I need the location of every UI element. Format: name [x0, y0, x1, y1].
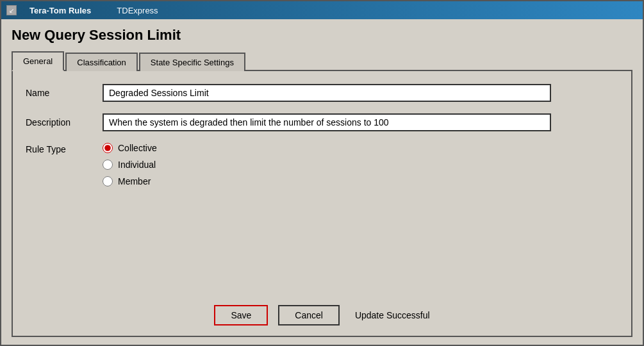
page-title: New Query Session Limit [12, 27, 632, 44]
tabs-container: General Classification State Specific Se… [12, 50, 632, 71]
name-row: Name [26, 84, 618, 102]
radio-collective[interactable]: Collective [103, 143, 157, 153]
name-input[interactable] [103, 84, 551, 102]
main-window: ↙ Tera-Tom Rules TDExpress New Query Ses… [0, 0, 644, 346]
save-button[interactable]: Save [214, 305, 268, 325]
title-bar: ↙ Tera-Tom Rules TDExpress [1, 1, 643, 19]
status-text: Update Successful [355, 310, 430, 320]
buttons-row: Save Cancel Update Successful [26, 299, 618, 325]
radio-member-label: Member [118, 176, 151, 186]
tab-general[interactable]: General [12, 51, 64, 71]
form-panel: Name Description Rule Type Collective In… [12, 71, 632, 337]
radio-group: Collective Individual Member [103, 143, 157, 186]
cancel-button[interactable]: Cancel [278, 305, 340, 325]
name-label: Name [26, 88, 103, 98]
radio-collective-input[interactable] [103, 143, 113, 153]
tab-state-specific[interactable]: State Specific Settings [139, 53, 245, 71]
sub-app-name: TDExpress [117, 6, 158, 15]
radio-member-input[interactable] [103, 176, 113, 186]
window-content: New Query Session Limit General Classifi… [1, 19, 643, 345]
radio-individual-label: Individual [118, 160, 156, 170]
window-icon: ↙ [6, 5, 17, 15]
radio-individual-input[interactable] [103, 160, 113, 170]
radio-individual[interactable]: Individual [103, 160, 157, 170]
description-label: Description [26, 117, 103, 128]
radio-collective-label: Collective [118, 143, 157, 153]
app-name: Tera-Tom Rules [29, 6, 91, 15]
rule-type-section: Rule Type Collective Individual Member [26, 143, 618, 186]
tab-classification[interactable]: Classification [65, 53, 138, 71]
description-row: Description [26, 113, 618, 131]
description-input[interactable] [103, 113, 551, 131]
rule-type-label: Rule Type [26, 143, 103, 154]
radio-member[interactable]: Member [103, 176, 157, 186]
